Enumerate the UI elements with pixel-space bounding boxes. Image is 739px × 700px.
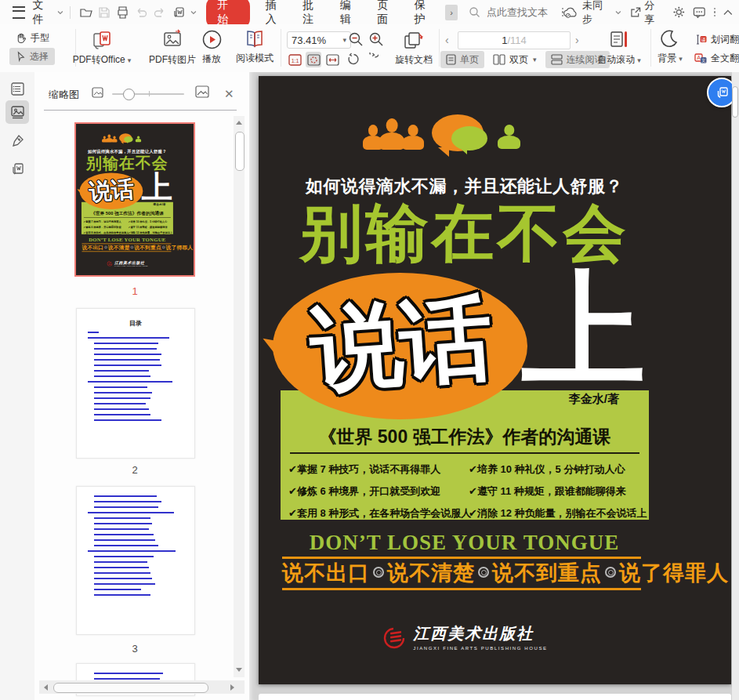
collapse-ribbon-icon[interactable] bbox=[723, 9, 733, 16]
menu-bar-right: 未同步 分享 bbox=[563, 0, 739, 27]
continuous-read-icon bbox=[551, 54, 563, 65]
thumbnail-larger-icon[interactable] bbox=[195, 85, 209, 98]
scroll-down-arrow[interactable] bbox=[236, 668, 242, 672]
double-page-button[interactable]: 双页▾ bbox=[487, 51, 542, 68]
thumbnail-page-2[interactable]: 目录 bbox=[76, 308, 195, 459]
full-translate-button[interactable]: A文 全文翻译 bbox=[693, 49, 739, 67]
pdf-to-image-button[interactable]: PDF转图片 bbox=[143, 29, 202, 67]
full-translate-icon: A文 bbox=[694, 53, 707, 64]
tabs-overflow-button[interactable]: › bbox=[445, 5, 458, 20]
feedback-chat-icon[interactable] bbox=[693, 6, 706, 19]
save-button[interactable] bbox=[95, 3, 114, 22]
zoom-out-button[interactable] bbox=[348, 31, 364, 47]
export-word-button[interactable] bbox=[169, 3, 188, 22]
close-panel-button[interactable]: ✕ bbox=[224, 87, 234, 101]
scroll-left-arrow[interactable] bbox=[44, 684, 48, 691]
publisher-name-english: JIANGXI FINE ARTS PUBLISHING HOUSE bbox=[413, 646, 547, 651]
file-menu[interactable]: 文件 bbox=[33, 0, 63, 27]
double-page-icon bbox=[493, 54, 505, 65]
thumbnail-page-1[interactable]: 如何说得滴水不漏，并且还能让人舒服？ 别输在不会 说话 上 李金水/著 《世界 … bbox=[74, 122, 195, 277]
cover-title-line1: 别输在不会 bbox=[270, 201, 658, 266]
outline-icon bbox=[10, 82, 25, 96]
cursor-arrow-icon bbox=[15, 51, 26, 62]
sync-status-button[interactable]: 未同步 bbox=[563, 0, 621, 27]
thumbnail-panel-button[interactable] bbox=[5, 100, 29, 124]
actual-size-button[interactable]: 1:1 bbox=[287, 52, 302, 67]
fit-width-button[interactable] bbox=[324, 52, 340, 67]
pen-icon bbox=[10, 133, 25, 148]
play-icon bbox=[201, 29, 223, 50]
sidebar-icon-strip bbox=[0, 72, 35, 700]
export-panel-button[interactable] bbox=[5, 157, 29, 180]
pdf-reader-window: 文件 开始 插入 批注 编辑 页面 保护 › 未同步 bbox=[0, 0, 739, 700]
undo-button[interactable] bbox=[132, 3, 151, 22]
sync-status-label: 未同步 bbox=[582, 0, 612, 27]
auto-scroll-button[interactable]: 自动滚动▾ bbox=[594, 29, 644, 67]
chevron-down-icon bbox=[57, 9, 63, 16]
word-translate-button[interactable]: 译 划词翻译 bbox=[693, 31, 739, 48]
read-mode-button[interactable]: 阅读模式 bbox=[232, 29, 277, 65]
page-number-input[interactable]: 1/114 bbox=[458, 31, 571, 49]
single-page-button[interactable]: 单页 bbox=[440, 51, 484, 68]
auto-scroll-icon bbox=[609, 29, 629, 51]
double-page-label: 双页 bbox=[509, 53, 528, 67]
previous-page-button[interactable]: ‹ bbox=[445, 34, 449, 46]
hand-tool-button[interactable]: 手型 bbox=[9, 29, 55, 46]
more-menu-icon[interactable] bbox=[714, 8, 716, 17]
share-button[interactable]: 分享 bbox=[629, 0, 665, 27]
word-translate-icon: 译 bbox=[694, 34, 707, 45]
pdf-to-image-label: PDF转图片 bbox=[149, 53, 196, 67]
bullet-item: ✔修炼 6 种境界，开口就受到欢迎 bbox=[288, 484, 467, 499]
fit-page-button[interactable] bbox=[306, 52, 321, 67]
search-icon bbox=[469, 6, 480, 18]
play-button[interactable]: 播放 bbox=[194, 29, 229, 66]
print-button[interactable] bbox=[114, 3, 132, 22]
toolbar-more-chevron-icon[interactable] bbox=[190, 9, 197, 16]
document-scroll-thumb[interactable] bbox=[732, 86, 738, 118]
slider-handle[interactable] bbox=[123, 89, 135, 100]
panel-vertical-scrollbar[interactable] bbox=[234, 116, 245, 677]
settings-gear-icon[interactable] bbox=[672, 5, 686, 19]
word-translate-label: 划词翻译 bbox=[711, 33, 739, 46]
zoom-in-button[interactable] bbox=[368, 31, 384, 47]
divider bbox=[70, 6, 71, 19]
menu-bar: 文件 开始 插入 批注 编辑 页面 保护 › 未同步 bbox=[0, 0, 739, 24]
zoom-level-combo[interactable]: 73.41%▾ bbox=[287, 31, 351, 49]
thumbnails-icon bbox=[10, 105, 25, 120]
scroll-up-arrow[interactable] bbox=[236, 121, 242, 125]
panel-horizontal-scroll-thumb[interactable] bbox=[53, 683, 208, 693]
open-file-button[interactable] bbox=[77, 3, 96, 22]
panel-vertical-scroll-thumb[interactable] bbox=[235, 132, 245, 171]
search-input[interactable] bbox=[485, 5, 557, 19]
redo-button[interactable] bbox=[150, 3, 169, 22]
select-tool-button[interactable]: 选择 bbox=[9, 48, 55, 65]
search-box[interactable] bbox=[469, 5, 564, 19]
cover-title-balloon-text: 说话 bbox=[269, 270, 532, 417]
pdf-to-office-button[interactable]: PDF转Office▾ bbox=[66, 29, 138, 67]
export-word-icon bbox=[10, 161, 25, 176]
thumbnail-page-3[interactable] bbox=[76, 486, 195, 635]
open-book-icon bbox=[244, 29, 266, 49]
outline-panel-button[interactable] bbox=[5, 77, 29, 100]
read-mode-label: 阅读模式 bbox=[236, 52, 274, 65]
book-cover: 如何说得滴水不漏，并且还能让人舒服？ 别输在不会 说话 上 李金水/著 《世界 … bbox=[259, 76, 731, 684]
scroll-right-arrow[interactable] bbox=[230, 684, 234, 691]
cover-subtitle: 《世界 500 强工作法》作者的沟通课 bbox=[281, 425, 649, 449]
next-page-button[interactable]: › bbox=[575, 34, 579, 46]
annotation-panel-button[interactable] bbox=[5, 129, 29, 152]
rotate-document-button[interactable]: 旋转文档 bbox=[390, 29, 437, 67]
page-1-canvas[interactable]: 如何说得滴水不漏，并且还能让人舒服？ 别输在不会 说话 上 李金水/著 《世界 … bbox=[259, 76, 731, 684]
fit-page-icon bbox=[307, 54, 321, 66]
document-vertical-scrollbar[interactable] bbox=[732, 72, 739, 700]
rotate-right-button[interactable] bbox=[364, 52, 379, 67]
page-2-canvas[interactable] bbox=[259, 694, 731, 700]
cover-tagline: 如何说得滴水不漏，并且还能让人舒服？ bbox=[270, 175, 658, 198]
main-menu-button[interactable] bbox=[9, 3, 28, 22]
pdf-to-office-label: PDF转Office bbox=[73, 53, 125, 67]
background-button[interactable]: 背景▾ bbox=[653, 29, 687, 65]
doc-to-word-icon bbox=[172, 5, 186, 20]
rotate-left-button[interactable] bbox=[345, 52, 360, 67]
fit-width-icon bbox=[326, 54, 339, 66]
thumbnail-smaller-icon[interactable] bbox=[92, 87, 103, 98]
auto-scroll-label: 自动滚动 bbox=[597, 53, 635, 67]
